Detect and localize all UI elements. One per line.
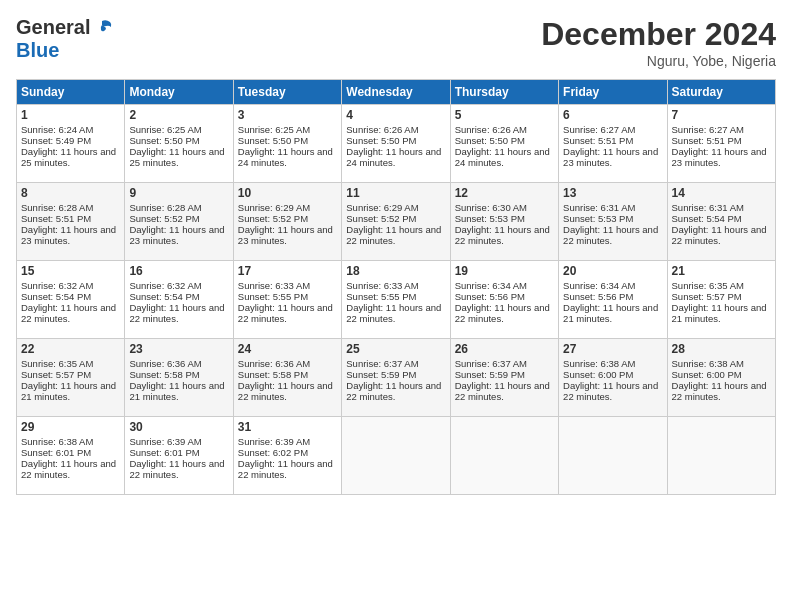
calendar-cell: 3 Sunrise: 6:25 AM Sunset: 5:50 PM Dayli… [233, 105, 341, 183]
sunset-label: Sunset: 5:50 PM [129, 135, 199, 146]
sunset-label: Sunset: 5:55 PM [346, 291, 416, 302]
sunset-label: Sunset: 5:57 PM [672, 291, 742, 302]
daylight-label: Daylight: 11 hours and 22 minutes. [563, 224, 658, 246]
day-number: 4 [346, 108, 445, 122]
logo: General Blue [16, 16, 114, 62]
calendar-cell: 22 Sunrise: 6:35 AM Sunset: 5:57 PM Dayl… [17, 339, 125, 417]
daylight-label: Daylight: 11 hours and 22 minutes. [455, 380, 550, 402]
sunset-label: Sunset: 6:00 PM [672, 369, 742, 380]
daylight-label: Daylight: 11 hours and 23 minutes. [672, 146, 767, 168]
sunset-label: Sunset: 5:51 PM [672, 135, 742, 146]
month-title: December 2024 [541, 16, 776, 53]
calendar-cell: 25 Sunrise: 6:37 AM Sunset: 5:59 PM Dayl… [342, 339, 450, 417]
day-number: 24 [238, 342, 337, 356]
sunrise-label: Sunrise: 6:25 AM [238, 124, 310, 135]
calendar-cell: 26 Sunrise: 6:37 AM Sunset: 5:59 PM Dayl… [450, 339, 558, 417]
daylight-label: Daylight: 11 hours and 24 minutes. [346, 146, 441, 168]
sunrise-label: Sunrise: 6:29 AM [238, 202, 310, 213]
daylight-label: Daylight: 11 hours and 25 minutes. [129, 146, 224, 168]
sunrise-label: Sunrise: 6:37 AM [346, 358, 418, 369]
sunset-label: Sunset: 5:58 PM [129, 369, 199, 380]
calendar-cell: 19 Sunrise: 6:34 AM Sunset: 5:56 PM Dayl… [450, 261, 558, 339]
daylight-label: Daylight: 11 hours and 21 minutes. [563, 302, 658, 324]
calendar-cell [342, 417, 450, 495]
sunset-label: Sunset: 6:01 PM [21, 447, 91, 458]
calendar-cell: 12 Sunrise: 6:30 AM Sunset: 5:53 PM Dayl… [450, 183, 558, 261]
sunset-label: Sunset: 6:00 PM [563, 369, 633, 380]
sunset-label: Sunset: 5:54 PM [129, 291, 199, 302]
daylight-label: Daylight: 11 hours and 22 minutes. [129, 302, 224, 324]
sunset-label: Sunset: 5:50 PM [346, 135, 416, 146]
sunrise-label: Sunrise: 6:36 AM [238, 358, 310, 369]
sunset-label: Sunset: 5:54 PM [21, 291, 91, 302]
day-number: 20 [563, 264, 662, 278]
day-number: 15 [21, 264, 120, 278]
sunrise-label: Sunrise: 6:28 AM [129, 202, 201, 213]
sunset-label: Sunset: 5:58 PM [238, 369, 308, 380]
day-number: 8 [21, 186, 120, 200]
sunrise-label: Sunrise: 6:38 AM [672, 358, 744, 369]
sunset-label: Sunset: 6:02 PM [238, 447, 308, 458]
sunrise-label: Sunrise: 6:25 AM [129, 124, 201, 135]
weekday-header-wednesday: Wednesday [342, 80, 450, 105]
sunrise-label: Sunrise: 6:29 AM [346, 202, 418, 213]
sunset-label: Sunset: 5:52 PM [238, 213, 308, 224]
calendar-cell: 30 Sunrise: 6:39 AM Sunset: 6:01 PM Dayl… [125, 417, 233, 495]
sunset-label: Sunset: 6:01 PM [129, 447, 199, 458]
weekday-header-tuesday: Tuesday [233, 80, 341, 105]
weekday-header-friday: Friday [559, 80, 667, 105]
daylight-label: Daylight: 11 hours and 21 minutes. [672, 302, 767, 324]
calendar-cell: 8 Sunrise: 6:28 AM Sunset: 5:51 PM Dayli… [17, 183, 125, 261]
page: General Blue December 2024 Nguru, Yobe, … [0, 0, 792, 612]
header: General Blue December 2024 Nguru, Yobe, … [16, 16, 776, 69]
sunset-label: Sunset: 5:49 PM [21, 135, 91, 146]
weekday-header-thursday: Thursday [450, 80, 558, 105]
sunset-label: Sunset: 5:51 PM [563, 135, 633, 146]
calendar-cell: 17 Sunrise: 6:33 AM Sunset: 5:55 PM Dayl… [233, 261, 341, 339]
day-number: 6 [563, 108, 662, 122]
daylight-label: Daylight: 11 hours and 22 minutes. [563, 380, 658, 402]
daylight-label: Daylight: 11 hours and 22 minutes. [21, 302, 116, 324]
calendar-cell: 21 Sunrise: 6:35 AM Sunset: 5:57 PM Dayl… [667, 261, 775, 339]
daylight-label: Daylight: 11 hours and 22 minutes. [455, 224, 550, 246]
day-number: 10 [238, 186, 337, 200]
calendar-cell: 24 Sunrise: 6:36 AM Sunset: 5:58 PM Dayl… [233, 339, 341, 417]
sunset-label: Sunset: 5:53 PM [455, 213, 525, 224]
sunset-label: Sunset: 5:53 PM [563, 213, 633, 224]
day-number: 19 [455, 264, 554, 278]
logo-blue: Blue [16, 39, 59, 61]
calendar-cell: 15 Sunrise: 6:32 AM Sunset: 5:54 PM Dayl… [17, 261, 125, 339]
daylight-label: Daylight: 11 hours and 22 minutes. [455, 302, 550, 324]
day-number: 18 [346, 264, 445, 278]
daylight-label: Daylight: 11 hours and 22 minutes. [672, 224, 767, 246]
day-number: 3 [238, 108, 337, 122]
day-number: 27 [563, 342, 662, 356]
sunrise-label: Sunrise: 6:30 AM [455, 202, 527, 213]
calendar-cell: 29 Sunrise: 6:38 AM Sunset: 6:01 PM Dayl… [17, 417, 125, 495]
calendar-cell: 2 Sunrise: 6:25 AM Sunset: 5:50 PM Dayli… [125, 105, 233, 183]
day-number: 13 [563, 186, 662, 200]
sunset-label: Sunset: 5:56 PM [455, 291, 525, 302]
sunrise-label: Sunrise: 6:39 AM [238, 436, 310, 447]
day-number: 9 [129, 186, 228, 200]
sunrise-label: Sunrise: 6:32 AM [129, 280, 201, 291]
calendar-cell [450, 417, 558, 495]
weekday-header-monday: Monday [125, 80, 233, 105]
sunrise-label: Sunrise: 6:26 AM [346, 124, 418, 135]
sunrise-label: Sunrise: 6:24 AM [21, 124, 93, 135]
calendar-cell: 5 Sunrise: 6:26 AM Sunset: 5:50 PM Dayli… [450, 105, 558, 183]
sunset-label: Sunset: 5:56 PM [563, 291, 633, 302]
sunrise-label: Sunrise: 6:39 AM [129, 436, 201, 447]
sunset-label: Sunset: 5:54 PM [672, 213, 742, 224]
calendar-cell: 14 Sunrise: 6:31 AM Sunset: 5:54 PM Dayl… [667, 183, 775, 261]
daylight-label: Daylight: 11 hours and 21 minutes. [129, 380, 224, 402]
calendar-cell: 1 Sunrise: 6:24 AM Sunset: 5:49 PM Dayli… [17, 105, 125, 183]
daylight-label: Daylight: 11 hours and 22 minutes. [238, 302, 333, 324]
calendar-table: SundayMondayTuesdayWednesdayThursdayFrid… [16, 79, 776, 495]
calendar-cell: 18 Sunrise: 6:33 AM Sunset: 5:55 PM Dayl… [342, 261, 450, 339]
weekday-header-saturday: Saturday [667, 80, 775, 105]
daylight-label: Daylight: 11 hours and 24 minutes. [455, 146, 550, 168]
calendar-cell: 6 Sunrise: 6:27 AM Sunset: 5:51 PM Dayli… [559, 105, 667, 183]
calendar-cell: 13 Sunrise: 6:31 AM Sunset: 5:53 PM Dayl… [559, 183, 667, 261]
calendar-cell: 9 Sunrise: 6:28 AM Sunset: 5:52 PM Dayli… [125, 183, 233, 261]
